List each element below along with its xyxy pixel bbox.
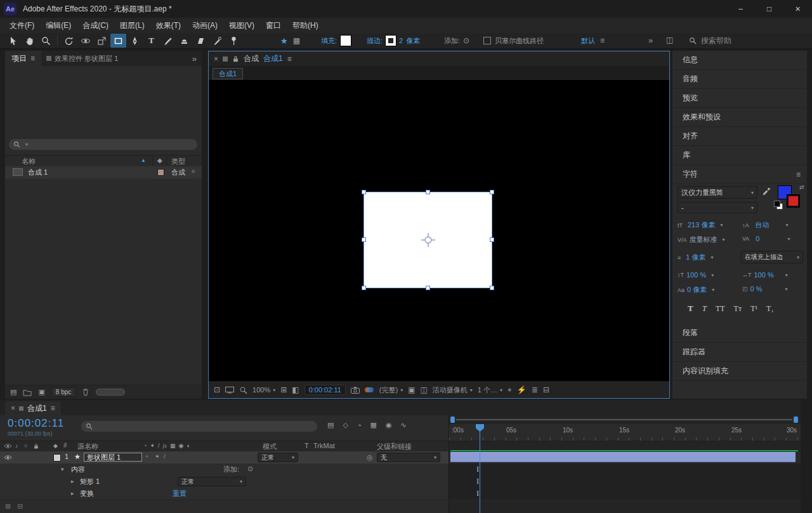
stroke-width-value[interactable]: 1 像素 <box>686 253 705 262</box>
stroke-swatch[interactable] <box>386 36 396 46</box>
subscript-button[interactable]: T₁ <box>766 304 774 314</box>
layer-name-box[interactable]: 形状图层 1 <box>84 453 142 462</box>
horizontal-scale-value[interactable]: 100 % <box>754 271 774 279</box>
fx-column-icon[interactable]: fx <box>163 443 167 449</box>
snapshot-camera-icon[interactable] <box>351 387 360 394</box>
kerning-control[interactable]: V/A 度量标准 ▾ <box>678 235 725 244</box>
expander-icon[interactable]: ▸ <box>71 478 74 484</box>
tab-project[interactable]: 项目 ≡ <box>5 51 41 66</box>
add-shape-icon[interactable]: ⊙ <box>247 465 253 473</box>
motion-blur-column-icon[interactable]: ◉ <box>179 443 184 449</box>
project-item-label-swatch[interactable] <box>157 169 164 176</box>
flowchart-button-icon[interactable]: ⊟ <box>543 385 549 394</box>
expand-layers-icon[interactable]: ⊞ <box>5 502 11 510</box>
draft-3d-icon[interactable]: ◇ <box>343 421 348 429</box>
panel-header-libraries[interactable]: 库 <box>672 146 807 165</box>
show-channel-icon[interactable] <box>365 386 374 394</box>
menu-file[interactable]: 文件(F) <box>4 20 40 31</box>
magnification-glass-icon[interactable] <box>239 386 247 394</box>
swap-colors-icon[interactable]: ⇄ <box>799 184 804 190</box>
rotate-tool[interactable] <box>61 34 77 48</box>
column-name[interactable]: 名称 <box>22 157 36 166</box>
pan-behind-tool[interactable] <box>94 34 110 48</box>
parent-pickwhip-icon[interactable]: ◎ <box>367 453 373 462</box>
camera-select[interactable]: 活动摄像机▾ <box>433 385 473 395</box>
layer-shy-toggle[interactable]: ◔ <box>145 453 148 460</box>
maximize-button[interactable]: □ <box>755 0 783 18</box>
current-time-indicator-line[interactable] <box>480 424 480 513</box>
layer-collapse-toggle[interactable]: ✦ <box>155 453 160 460</box>
panel-header-effects-presets[interactable]: 效果和预设 <box>672 108 807 127</box>
panel-menu-icon[interactable]: ≡ <box>51 404 55 413</box>
resolution-select[interactable]: (完整)▾ <box>379 385 403 395</box>
help-search-input[interactable] <box>700 36 753 46</box>
transform-row[interactable]: ▸ 变换 重置 <box>0 488 449 500</box>
audio-column-icon[interactable]: ♪ <box>15 443 18 449</box>
tsume-value[interactable]: 0 % <box>750 285 763 293</box>
transform-reset-link[interactable]: 重置 <box>173 489 187 498</box>
eye-column-icon[interactable] <box>4 443 12 449</box>
panel-header-character[interactable]: 字符 ≡ <box>672 165 807 184</box>
type-tool[interactable]: T <box>143 34 159 48</box>
panel-header-content-aware-fill[interactable]: 内容识别填充 <box>672 362 807 381</box>
stroke-style-select[interactable]: 在填充上描边 ▾ <box>741 251 803 263</box>
trash-icon[interactable] <box>82 388 89 396</box>
parent-link-column[interactable]: 父级和链接 <box>377 442 412 451</box>
mode-column[interactable]: 模式 <box>263 442 277 451</box>
zoom-tool[interactable] <box>38 34 54 48</box>
handle-top-right[interactable] <box>490 190 494 194</box>
layer-label-swatch[interactable] <box>53 454 61 462</box>
stroke-label[interactable]: 描边: <box>367 36 383 46</box>
panel-header-preview[interactable]: 预览 <box>672 89 807 108</box>
panel-header-tracker[interactable]: 跟踪器 <box>672 343 807 362</box>
faux-bold-button[interactable]: T <box>688 303 693 314</box>
superscript-button[interactable]: T¹ <box>750 304 757 314</box>
create-shape-star-icon[interactable]: ★ <box>280 36 288 46</box>
close-button[interactable]: × <box>783 0 812 18</box>
toolbar-overflow[interactable]: » <box>648 36 653 45</box>
layer-parent-select[interactable]: 无 ▾ <box>377 453 440 462</box>
navigator-start-handle[interactable] <box>450 416 455 423</box>
faux-italic-button[interactable]: T <box>702 303 707 314</box>
brush-tool[interactable] <box>160 34 176 48</box>
baseline-shift-value[interactable]: 0 像素 <box>687 285 707 295</box>
label-column-icon[interactable]: ◆ <box>157 157 162 164</box>
zoom-select[interactable]: 100%▾ <box>252 386 275 394</box>
panel-header-paragraph[interactable]: 段落 <box>672 324 807 343</box>
eraser-tool[interactable] <box>193 34 209 48</box>
menu-layer[interactable]: 图层(L) <box>114 20 150 31</box>
expander-icon[interactable]: ▾ <box>61 466 64 472</box>
motion-blur-icon[interactable]: ◉ <box>386 421 392 429</box>
project-item-name[interactable]: 合成 1 <box>28 168 48 177</box>
layer-duration-bar[interactable] <box>450 452 796 462</box>
rect-group-label[interactable]: 矩形 1 <box>80 477 100 486</box>
viewer-tab[interactable]: 合成1 <box>213 68 243 79</box>
panel-menu-icon[interactable]: ≡ <box>287 55 292 63</box>
small-caps-button[interactable]: Tᴛ <box>734 304 742 314</box>
rectangle-tool[interactable] <box>110 34 126 48</box>
rect-group-row[interactable]: ▸ 矩形 1 正常 ▾ <box>0 476 449 488</box>
handle-top-left[interactable] <box>362 190 366 194</box>
leading-control[interactable]: ↕A 自动 ▾ <box>742 220 789 230</box>
pen-tool[interactable] <box>127 34 143 48</box>
search-options-chevron[interactable]: ▾ <box>25 142 28 147</box>
tracking-value[interactable]: 0 <box>756 235 759 243</box>
layer-row[interactable]: 1 ★ 形状图层 1 ◔ ✦ / 正常 ▾ ◎ 无 ▾ <box>0 451 449 464</box>
camera-tool[interactable] <box>77 34 93 48</box>
panel-header-audio[interactable]: 音频 <box>672 70 807 89</box>
shy-column-icon[interactable]: ◔ <box>143 443 147 449</box>
graph-editor-icon[interactable]: ∿ <box>401 421 407 429</box>
region-of-interest-icon[interactable]: ▣ <box>408 385 415 394</box>
expander-icon[interactable]: ▸ <box>71 490 74 496</box>
timeline-search-box[interactable] <box>81 421 317 432</box>
navigator-track[interactable] <box>456 419 792 420</box>
navigator-end-handle[interactable] <box>794 416 798 423</box>
grid-guides-icon[interactable]: ⊞ <box>280 385 287 394</box>
menu-window[interactable]: 窗口 <box>260 20 287 31</box>
horizontal-scale-control[interactable]: ↔T 100 % ▾ <box>742 271 788 279</box>
project-search-box[interactable]: ▾ <box>9 139 197 150</box>
workspace-menu-icon[interactable]: ≡ <box>600 36 605 45</box>
selection-tool[interactable] <box>5 34 21 48</box>
tab-effect-controls[interactable]: 效果控件 形状图层 1 <box>41 54 123 63</box>
menu-effect[interactable]: 效果(T) <box>150 20 187 31</box>
